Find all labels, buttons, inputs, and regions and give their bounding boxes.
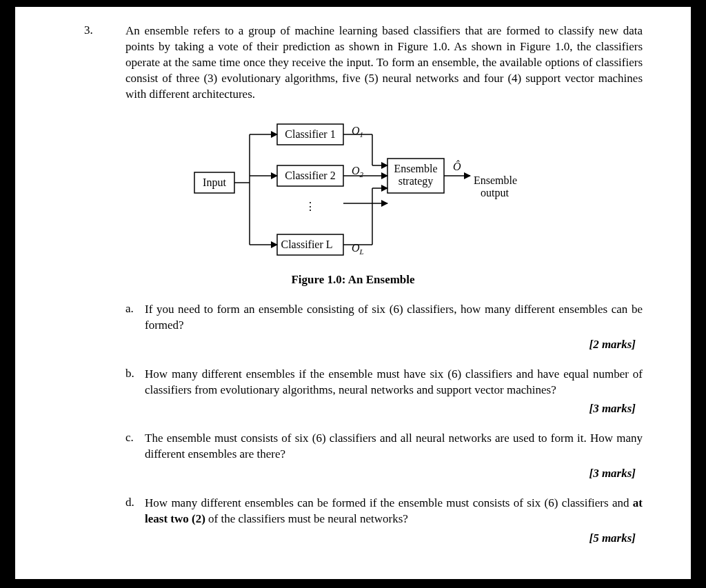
page: 3. An ensemble refers to a group of mach… bbox=[15, 7, 691, 579]
diagram-classifier2-label: Classifier 2 bbox=[285, 170, 335, 181]
subquestion-b-marks: [3 marks] bbox=[125, 402, 636, 416]
subquestion-d-label: d. bbox=[125, 496, 145, 509]
subquestion-d-text: How many different ensembles can be form… bbox=[145, 496, 643, 527]
diagram-o1: O1 bbox=[352, 125, 363, 139]
diagram-input-label: Input bbox=[203, 176, 226, 189]
subquestion-b-text: How many different ensembles if the ense… bbox=[145, 367, 643, 398]
diagram-classifierL-label: Classifier L bbox=[281, 239, 332, 250]
diagram-ohat: Ô bbox=[453, 160, 461, 172]
question-intro: An ensemble refers to a group of machine… bbox=[125, 23, 643, 103]
subquestion-c-label: c. bbox=[125, 431, 145, 445]
subquestion-c-text: The ensemble must consists of six (6) cl… bbox=[145, 431, 643, 463]
subquestion-d: d. How many different ensembles can be f… bbox=[125, 496, 643, 527]
subquestion-b-label: b. bbox=[125, 367, 145, 381]
subquestion-a-text: If you need to form an ensemble consisti… bbox=[145, 302, 643, 334]
diagram-classifier1-label: Classifier 1 bbox=[285, 128, 335, 140]
diagram-output-line1: Ensemble bbox=[474, 174, 517, 186]
diagram-vdots: ⋮ bbox=[305, 201, 316, 212]
diagram-o2: O2 bbox=[352, 165, 364, 179]
diagram-oL: OL bbox=[352, 242, 364, 256]
subquestion-d-marks: [5 marks] bbox=[125, 531, 636, 545]
ensemble-diagram: Input Classifier 1 Classifier 2 ⋮ Classi… bbox=[181, 114, 525, 269]
diagram-ensemble-line1: Ensemble bbox=[394, 163, 437, 174]
subquestion-a-label: a. bbox=[125, 302, 145, 316]
diagram-ensemble-line2: strategy bbox=[399, 175, 434, 187]
subquestion-a-marks: [2 marks] bbox=[125, 338, 636, 352]
subquestion-c: c. The ensemble must consists of six (6)… bbox=[125, 431, 643, 463]
subquestion-c-marks: [3 marks] bbox=[125, 467, 636, 480]
subquestion-list: a. If you need to form an ensemble consi… bbox=[125, 302, 643, 546]
subquestion-b: b. How many different ensembles if the e… bbox=[125, 367, 643, 398]
diagram-output-line2: output bbox=[481, 187, 509, 199]
figure-caption: Figure 1.0: An Ensemble bbox=[57, 273, 649, 287]
question-number: 3. bbox=[84, 23, 93, 37]
subquestion-a: a. If you need to form an ensemble consi… bbox=[125, 302, 643, 334]
